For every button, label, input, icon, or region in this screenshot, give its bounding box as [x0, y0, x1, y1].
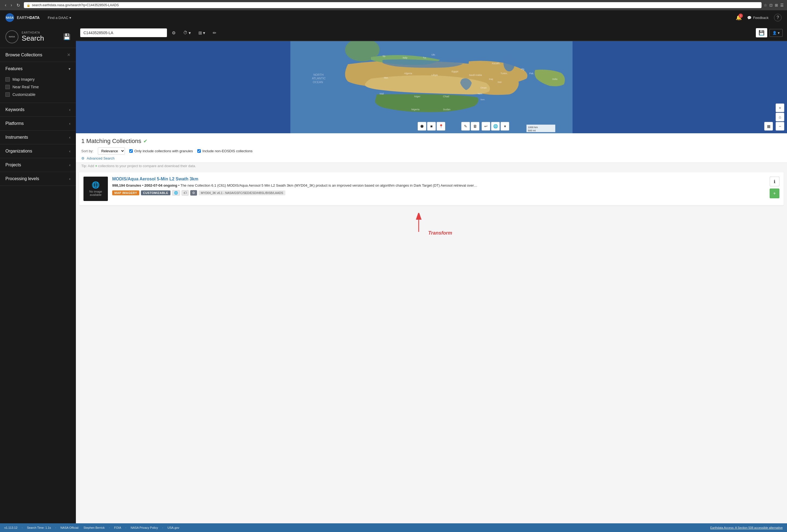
collection-info: MODIS/Aqua Aerosol 5-Min L2 Swath 3km 99… [112, 177, 765, 201]
map-imagery-checkbox[interactable] [5, 77, 10, 82]
footer-accessibility-link[interactable]: Earthdata Access: A Section 508 accessib… [710, 526, 783, 529]
sidebar-save-button[interactable]: 💾 [63, 33, 70, 40]
undo-button[interactable]: ↩ [482, 122, 490, 131]
tag-transform-icon[interactable]: ⚙ [190, 190, 197, 196]
find-daac-button[interactable]: Find a DAAC ▾ [48, 16, 71, 20]
features-content: Map Imagery Near Real Time Customizable [0, 75, 76, 103]
crop-icon: ⊞ [198, 30, 202, 36]
zoom-out-button[interactable]: − [775, 122, 784, 131]
granules-checkbox[interactable] [129, 149, 133, 153]
collection-title[interactable]: MODIS/Aqua Aerosol 5-Min L2 Swath 3km [112, 177, 765, 181]
svg-text:NORTH: NORTH [313, 73, 324, 76]
instruments-chevron-icon: ‹ [69, 135, 70, 139]
footer-separator-1: · [22, 526, 22, 529]
sidebar-section-processing-levels: Processing levels ‹ [0, 172, 76, 186]
layers-button[interactable]: ▦ [764, 122, 773, 131]
svg-text:Yem.: Yem. [477, 92, 483, 95]
help-button[interactable]: ? [774, 14, 782, 21]
temporal-button[interactable]: ⏱ ▾ [180, 29, 193, 37]
sidebar-brand-bottom: Search [22, 34, 44, 43]
draw-button[interactable]: ✏ [210, 29, 219, 37]
zoom-home-button[interactable]: ⌂ [775, 113, 784, 121]
expand-button[interactable]: ▾ [501, 122, 509, 131]
granules-checkbox-label[interactable]: Only include collections with granules [129, 149, 193, 153]
feature-map-imagery[interactable]: Map Imagery [5, 75, 70, 83]
non-eosdis-checkbox-text: Include non-EOSDIS collections [203, 149, 253, 153]
zoom-in-button[interactable]: + [775, 104, 784, 112]
results-title-row: 1 Matching Collections ✔ [81, 138, 782, 145]
delete-shape-button[interactable]: 🗑 [471, 122, 480, 131]
sidebar-section-features: Features ▾ Map Imagery Near Real Time Cu… [0, 62, 76, 103]
customizable-checkbox[interactable] [5, 92, 10, 97]
svg-text:Sudan: Sudan [443, 108, 451, 111]
user-arrow-icon: ▾ [778, 31, 780, 35]
map-undo-tools: ↩ 🌐 ▾ [482, 122, 509, 131]
sidebar-section-header-features[interactable]: Features ▾ [0, 62, 76, 75]
forward-button[interactable]: › [9, 2, 14, 8]
map-area: NORTH ATLANTIC OCEAN Algeria Libya Egypt… [76, 41, 787, 133]
footer-usa-link[interactable]: USA.gov [168, 526, 179, 529]
tag-tag-icon[interactable]: 🏷 [182, 190, 189, 196]
ext-icon-3: ☰ [780, 3, 784, 7]
sidebar-section-header-browse-collections[interactable]: Browse Collections ✕ [0, 48, 76, 62]
globe-button[interactable]: 🌐 [491, 122, 500, 131]
svg-text:500 mi: 500 mi [528, 129, 536, 132]
user-icon: 👤 [772, 31, 777, 35]
map-zoom-controls: + ⌂ − [775, 104, 784, 131]
reload-button[interactable]: ↻ [15, 2, 22, 8]
header-right: 🔔 2 💬 Feedback ? [736, 14, 782, 21]
collection-tags: MAP IMAGERY CUSTOMIZABLE 🌐 🏷 ⚙ MYD04_3K … [112, 190, 765, 196]
save-button[interactable]: 💾 [756, 28, 767, 37]
user-button[interactable]: 👤 ▾ [769, 29, 783, 37]
sidebar-section-header-organizations[interactable]: Organizations ‹ [0, 145, 76, 158]
edit-shape-button[interactable]: ✎ [461, 122, 470, 131]
content-area: ⚙ ⏱ ▾ ⊞ ▾ ✏ 💾 👤 ▾ [76, 25, 787, 523]
map-draw-tools: ⬟ ■ 📍 [418, 122, 445, 131]
spatial-arrow-icon: ▾ [203, 30, 205, 36]
transform-label: Transform [428, 230, 452, 236]
footer-nasa-official-link[interactable]: Stephen Berrick [83, 526, 105, 529]
footer-separator-2: · [55, 526, 56, 529]
footer-privacy-text: NASA Privacy Policy [131, 526, 158, 529]
sidebar-section-header-keywords[interactable]: Keywords ‹ [0, 103, 76, 116]
footer-privacy-link[interactable]: NASA Privacy Policy [131, 526, 158, 529]
svg-text:Turkm.: Turkm. [501, 72, 508, 75]
add-to-project-button[interactable]: + [770, 189, 780, 198]
footer-separator-3: · [109, 526, 110, 529]
footer-foia-link[interactable]: FOIA [114, 526, 121, 529]
filter-button[interactable]: ⚙ [169, 29, 178, 37]
address-bar[interactable]: 🔒 search.earthdata.nasa.gov/search?q=C14… [24, 2, 762, 8]
info-button[interactable]: ℹ [770, 177, 780, 186]
back-button[interactable]: ‹ [3, 2, 8, 8]
organizations-label: Organizations [5, 149, 32, 154]
rectangle-draw-button[interactable]: ■ [427, 122, 436, 131]
svg-text:Chad: Chad [443, 95, 449, 98]
non-eosdis-checkbox[interactable] [197, 149, 201, 153]
non-eosdis-checkbox-label[interactable]: Include non-EOSDIS collections [197, 149, 253, 153]
svg-text:OCEAN: OCEAN [313, 81, 323, 84]
browse-collections-label: Browse Collections [5, 52, 42, 58]
sidebar-nasa-logo: NASA [5, 30, 18, 43]
spatial-button[interactable]: ⊞ ▾ [196, 29, 208, 37]
features-chevron-icon: ▾ [68, 67, 70, 71]
advanced-search-link[interactable]: Advanced Search [87, 156, 115, 160]
search-input[interactable] [80, 28, 167, 37]
sidebar-section-header-projects[interactable]: Projects ‹ [0, 158, 76, 172]
near-real-time-checkbox[interactable] [5, 85, 10, 89]
svg-text:Oman: Oman [481, 86, 487, 89]
point-draw-button[interactable]: 📍 [437, 122, 445, 131]
sidebar-section-header-platforms[interactable]: Platforms ‹ [0, 117, 76, 130]
svg-text:Iran: Iran [497, 81, 502, 84]
sidebar-section-header-instruments[interactable]: Instruments ‹ [0, 131, 76, 144]
collection-meta: 998,194 Granules • 2002-07-04 ongoing • … [112, 183, 765, 188]
feature-customizable[interactable]: Customizable [5, 91, 70, 98]
feedback-button[interactable]: 💬 Feedback [747, 16, 769, 20]
feature-near-real-time[interactable]: Near Real Time [5, 83, 70, 91]
sort-select[interactable]: Relevance Usage End Date [98, 147, 125, 155]
polygon-draw-button[interactable]: ⬟ [418, 122, 426, 131]
notifications-button[interactable]: 🔔 2 [736, 15, 742, 21]
sidebar-section-header-processing-levels[interactable]: Processing levels ‹ [0, 172, 76, 185]
collection-item: 🌐 No image available MODIS/Aqua Aerosol … [79, 172, 784, 205]
svg-text:Afg.: Afg. [520, 68, 525, 70]
tag-globe-icon[interactable]: 🌐 [172, 190, 180, 196]
